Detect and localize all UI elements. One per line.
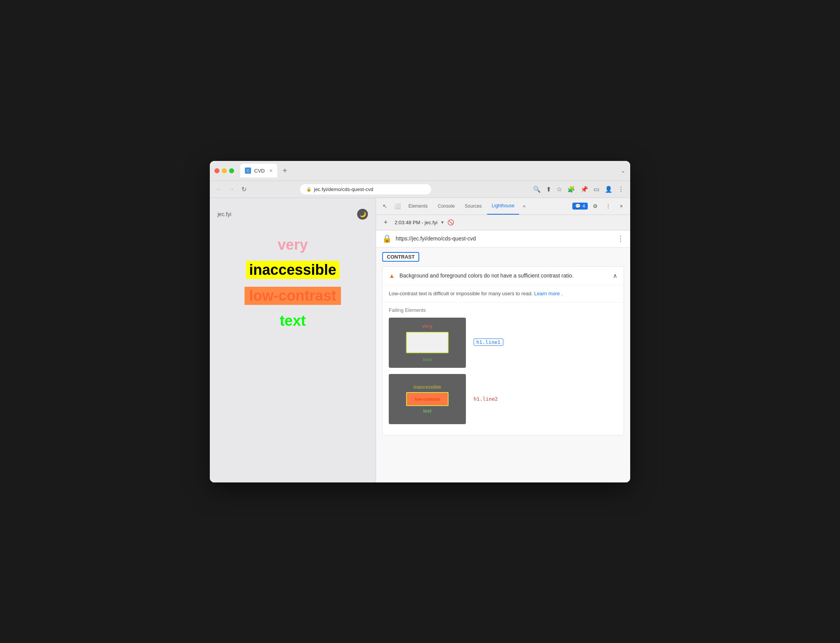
moon-icon: 🌙 — [359, 211, 366, 217]
tab-console[interactable]: Console — [433, 198, 459, 215]
word-text: text — [280, 313, 306, 329]
element-selector-2[interactable]: h1.line2 — [474, 396, 498, 402]
thumb1-overlay-text2: text — [423, 357, 432, 362]
cursor-icon: ↖ — [383, 203, 387, 209]
failing-elements-section: Failing Elements very text h1.line1 — [383, 303, 624, 435]
forward-button[interactable]: → — [227, 184, 236, 194]
toolbar-icons: 🔍 ⬆ ☆ 🧩 📌 ▭ 👤 ⋮ — [531, 184, 626, 195]
audit-description: Low-contrast text is difficult or imposs… — [383, 285, 624, 303]
settings-button[interactable]: ⚙ — [589, 200, 601, 212]
more-tabs-button[interactable]: » — [520, 202, 529, 210]
cursor-tool-button[interactable]: ↖ — [379, 200, 391, 212]
share-icon[interactable]: ⬆ — [545, 184, 553, 195]
audit-description-text: Low-contrast text is difficult or imposs… — [389, 291, 533, 296]
learn-more-link[interactable]: Learn more — [534, 291, 560, 296]
failing-elements-label: Failing Elements — [389, 307, 617, 313]
chat-icon: 💬 — [575, 203, 581, 209]
devtools-panel: ↖ ⬜ Elements Console Sources Lighthouse … — [376, 198, 630, 482]
audit-menu-button[interactable]: ⋮ — [617, 234, 624, 243]
lighthouse-add-button[interactable]: + — [381, 218, 391, 227]
sidebar-icon[interactable]: ▭ — [592, 184, 601, 195]
audit-description-end: . — [561, 291, 563, 296]
audit-result-text: Background and foreground colors do not … — [400, 272, 608, 280]
selector-label-2: h1.line2 — [474, 396, 498, 402]
device-icon: ⬜ — [394, 203, 401, 209]
account-icon[interactable]: 👤 — [603, 184, 614, 195]
browser-window: C CVD × + ⌄ ← → ↻ 🔒 jec.fyi/demo/cds-que… — [210, 161, 630, 482]
audit-result-header: ▲ Background and foreground colors do no… — [383, 267, 624, 286]
active-tab[interactable]: C CVD × — [240, 164, 277, 178]
thumb1-white-box — [406, 332, 449, 353]
close-traffic-light[interactable] — [214, 168, 219, 173]
audit-result-card: ▲ Background and foreground colors do no… — [382, 266, 624, 435]
thumb1-overlay-text: very — [422, 323, 433, 329]
thumb2-orange-box: low-contrast — [406, 392, 449, 406]
tab-favicon: C — [245, 168, 251, 174]
settings-icon: ⚙ — [593, 203, 598, 209]
audit-url-text: https://jec.fyi/demo/cds-quest-cvd — [396, 235, 613, 242]
failing-element-row: very text h1.line1 — [389, 318, 617, 368]
element-selector-1[interactable]: h1.line1 — [474, 338, 503, 347]
traffic-lights — [214, 168, 234, 173]
page-preview: jec.fyi 🌙 very inaccessible low-contrast… — [210, 198, 376, 482]
address-lock-icon: 🔒 — [306, 187, 312, 192]
lighthouse-chevron-icon[interactable]: ▾ — [441, 220, 444, 225]
element-thumbnail-2: inaccessible low-contrast text — [389, 374, 466, 424]
lighthouse-bar: + 2:03:48 PM - jec.fyi ▾ 🚫 — [376, 215, 630, 230]
site-name: jec.fyi — [218, 211, 231, 217]
dark-mode-toggle[interactable]: 🌙 — [357, 209, 368, 220]
contrast-badge-label: CONTRAST — [387, 254, 415, 260]
thumb2-low-contrast-text: low-contrast — [415, 397, 440, 401]
word-very: very — [278, 237, 308, 253]
audit-url-bar: 🔒 https://jec.fyi/demo/cds-quest-cvd ⋮ — [376, 230, 630, 247]
contrast-badge[interactable]: CONTRAST — [382, 252, 419, 262]
chat-badge[interactable]: 💬 4 — [572, 203, 588, 210]
maximize-traffic-light[interactable] — [229, 168, 234, 173]
main-content: jec.fyi 🌙 very inaccessible low-contrast… — [210, 198, 630, 482]
devtools-toolbar: ↖ ⬜ Elements Console Sources Lighthouse … — [376, 198, 630, 215]
element-thumbnail-1: very text — [389, 318, 466, 368]
more-menu-icon[interactable]: ⋮ — [616, 184, 626, 195]
lighthouse-cancel-button[interactable]: 🚫 — [447, 219, 454, 225]
tab-lighthouse[interactable]: Lighthouse — [487, 198, 519, 215]
tab-chevron-icon[interactable]: ⌄ — [621, 168, 626, 174]
tab-close-button[interactable]: × — [269, 168, 272, 174]
devtools-right-buttons: 💬 4 ⚙ ⋮ × — [572, 200, 627, 212]
close-devtools-button[interactable]: × — [616, 200, 627, 212]
word-inaccessible: inaccessible — [246, 261, 339, 279]
minimize-traffic-light[interactable] — [222, 168, 227, 173]
audit-collapse-button[interactable]: ∧ — [613, 272, 617, 279]
contrast-badge-area: CONTRAST — [376, 247, 630, 266]
pin-icon[interactable]: 📌 — [579, 184, 590, 195]
tab-bar: C CVD × + — [240, 164, 618, 178]
title-bar: C CVD × + ⌄ — [210, 161, 630, 181]
failing-element-row-2: inaccessible low-contrast text h1.line2 — [389, 374, 617, 424]
audit-lock-icon: 🔒 — [382, 234, 392, 243]
tab-elements[interactable]: Elements — [404, 198, 432, 215]
device-toolbar-button[interactable]: ⬜ — [391, 200, 403, 212]
bookmark-icon[interactable]: ☆ — [555, 184, 563, 195]
search-icon[interactable]: 🔍 — [531, 184, 542, 195]
page-header: jec.fyi 🌙 — [218, 206, 368, 229]
thumb2-text-label: text — [423, 408, 431, 414]
demo-words: very inaccessible low-contrast text — [218, 237, 368, 329]
address-url-text: jec.fyi/demo/cds-quest-cvd — [314, 186, 373, 192]
extensions-icon[interactable]: 🧩 — [566, 184, 577, 195]
lighthouse-timestamp: 2:03:48 PM - jec.fyi — [395, 220, 437, 225]
tab-sources[interactable]: Sources — [460, 198, 486, 215]
new-tab-button[interactable]: + — [280, 165, 290, 177]
address-bar: ← → ↻ 🔒 jec.fyi/demo/cds-quest-cvd 🔍 ⬆ ☆… — [210, 181, 630, 198]
word-low-contrast: low-contrast — [245, 287, 341, 305]
more-options-button[interactable]: ⋮ — [602, 200, 614, 212]
selector-label-1: h1.line1 — [474, 338, 503, 346]
close-icon: × — [620, 203, 623, 209]
tab-title: CVD — [254, 168, 265, 174]
chat-count: 4 — [582, 203, 585, 209]
address-input[interactable]: 🔒 jec.fyi/demo/cds-quest-cvd — [300, 184, 431, 195]
back-button[interactable]: ← — [214, 184, 224, 194]
warning-icon: ▲ — [389, 272, 395, 279]
refresh-button[interactable]: ↻ — [239, 184, 248, 195]
thumb2-inacc-text: inaccessible — [413, 384, 441, 390]
more-options-icon: ⋮ — [606, 203, 611, 209]
